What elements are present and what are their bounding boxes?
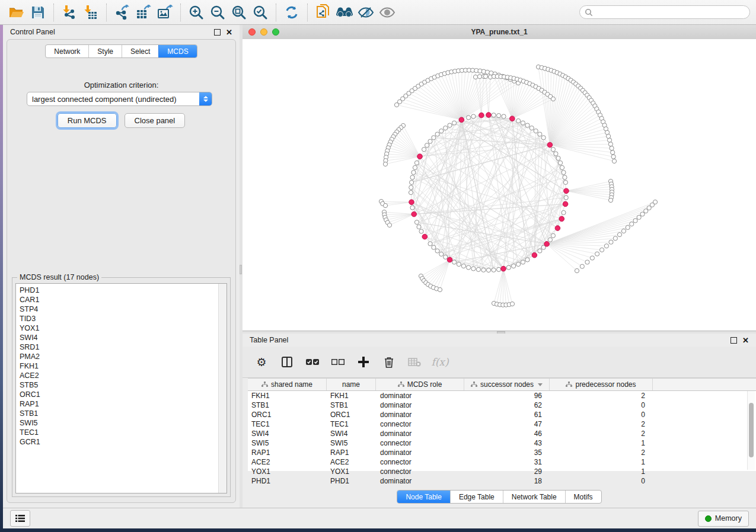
clone-network-icon[interactable] <box>312 3 334 22</box>
table-row[interactable]: TEC1 TEC1 connector 47 2 <box>248 419 756 429</box>
first-neighbors-icon[interactable] <box>334 3 355 22</box>
memory-button[interactable]: Memory <box>698 511 749 527</box>
table-row[interactable]: STB1 STB1 dominator 62 0 <box>248 400 756 410</box>
close-panel-icon[interactable]: ✕ <box>226 28 232 36</box>
mcds-result-item[interactable]: TEC1 <box>20 428 223 437</box>
column-header-predecessor-nodes[interactable]: predecessor nodes <box>550 379 653 390</box>
search-field[interactable] <box>579 5 750 19</box>
deselect-all-icon[interactable] <box>331 355 345 369</box>
toolbar-separator <box>106 4 107 21</box>
table-row[interactable]: RAP1 RAP1 dominator 35 2 <box>248 448 756 457</box>
tab-node-table[interactable]: Node Table <box>397 491 450 503</box>
mcds-result-item[interactable]: CAR1 <box>20 295 223 305</box>
scrollbar-thumb[interactable] <box>749 403 754 457</box>
tab-style[interactable]: Style <box>88 45 122 57</box>
zoom-selected-icon[interactable] <box>250 3 271 22</box>
column-header-mcds-role[interactable]: MCDS role <box>376 379 464 390</box>
zoom-in-icon[interactable] <box>186 3 207 22</box>
task-history-button[interactable] <box>10 510 30 527</box>
column-type-icon <box>566 382 572 387</box>
export-network-icon[interactable] <box>111 3 133 22</box>
search-icon <box>585 8 593 17</box>
import-network-icon[interactable] <box>59 3 80 22</box>
column-header-shared-name[interactable]: shared name <box>248 379 327 390</box>
mcds-result-item[interactable]: ORC1 <box>20 390 223 399</box>
mcds-result-item[interactable]: PMA2 <box>20 352 223 361</box>
tab-network[interactable]: Network <box>46 45 88 57</box>
network-title: YPA_prune.txt_1 <box>243 28 756 36</box>
table-body: FKH1 FKH1 dominator 96 2 STB1 STB1 domin… <box>248 391 756 486</box>
optimization-criterion-select[interactable]: largest connected component (undirected) <box>27 92 212 106</box>
tab-select[interactable]: Select <box>122 45 158 57</box>
settings-icon[interactable]: ⚙ <box>254 355 269 369</box>
zoom-out-icon[interactable] <box>207 3 228 22</box>
delete-table-icon[interactable] <box>407 355 422 369</box>
open-network-icon[interactable] <box>6 3 27 22</box>
control-panel-title: Control Panel <box>10 28 55 36</box>
export-image-icon[interactable] <box>154 3 176 22</box>
apply-layout-icon[interactable] <box>281 3 302 22</box>
table-toolbar: ⚙ f(x) <box>243 347 756 378</box>
table-header-row: shared name name MCDS role successor nod… <box>248 379 756 391</box>
tab-edge-table[interactable]: Edge Table <box>450 491 503 503</box>
function-builder-icon[interactable]: f(x) <box>433 355 447 369</box>
column-type-icon <box>398 382 404 387</box>
splitter-grip[interactable] <box>240 265 242 274</box>
table-row[interactable]: ORC1 ORC1 dominator 61 0 <box>248 410 756 419</box>
split-view-icon[interactable] <box>280 355 294 369</box>
tab-mcds[interactable]: MCDS <box>158 45 196 57</box>
mcds-result-item[interactable]: STB1 <box>20 409 223 418</box>
control-panel: Control Panel ✕ Network Style Select MCD… <box>3 25 240 508</box>
export-table-icon[interactable] <box>133 3 154 22</box>
dropdown-stepper-icon <box>199 92 212 105</box>
float-panel-icon[interactable] <box>731 337 737 344</box>
table-row[interactable]: PHD1 PHD1 dominator 18 0 <box>248 476 756 486</box>
mcds-result-item[interactable]: FKH1 <box>20 361 223 371</box>
mcds-result-item[interactable]: SRD1 <box>20 342 223 352</box>
table-row[interactable]: ACE2 ACE2 connector 31 1 <box>248 457 756 467</box>
column-header-filler <box>653 379 756 390</box>
mcds-result-item[interactable]: RAP1 <box>20 399 223 409</box>
mcds-result-item[interactable]: YOX1 <box>20 323 223 333</box>
table-row[interactable]: SWI5 SWI5 connector 43 1 <box>248 438 756 448</box>
mcds-result-item[interactable]: ACE2 <box>20 371 223 380</box>
app-window: Control Panel ✕ Network Style Select MCD… <box>0 0 756 532</box>
tab-network-table[interactable]: Network Table <box>503 491 565 503</box>
network-canvas[interactable] <box>243 39 756 331</box>
column-type-icon <box>261 382 268 387</box>
select-all-icon[interactable] <box>305 355 320 369</box>
column-header-name[interactable]: name <box>327 379 376 390</box>
mcds-result-list[interactable]: PHD1CAR1STP4TID3YOX1SWI4SRD1PMA2FKH1ACE2… <box>15 283 227 493</box>
run-mcds-button[interactable]: Run MCDS <box>58 113 117 128</box>
control-panel-tabs: Network Style Select MCDS <box>45 44 197 58</box>
column-header-successor-nodes[interactable]: successor nodes <box>464 379 550 390</box>
table-row[interactable]: FKH1 FKH1 dominator 96 2 <box>248 391 756 400</box>
mcds-result-item[interactable]: PHD1 <box>20 286 223 295</box>
mcds-result-item[interactable]: GCR1 <box>20 437 223 447</box>
hide-selected-icon[interactable] <box>355 3 377 22</box>
table-scrollbar[interactable] <box>747 391 755 470</box>
import-table-icon[interactable] <box>80 3 101 22</box>
mcds-result-item[interactable]: STB5 <box>20 380 223 390</box>
toolbar-separator <box>53 4 54 21</box>
delete-column-icon[interactable] <box>382 355 396 369</box>
close-panel-button[interactable]: Close panel <box>125 113 186 128</box>
zoom-fit-icon[interactable] <box>228 3 250 22</box>
network-titlebar[interactable]: YPA_prune.txt_1 <box>243 25 756 40</box>
search-input[interactable] <box>593 8 745 17</box>
add-column-icon[interactable] <box>356 355 371 369</box>
table-row[interactable]: YOX1 YOX1 connector 29 1 <box>248 467 756 476</box>
mcds-result-item[interactable]: SWI5 <box>20 418 223 428</box>
mcds-scrollbar[interactable] <box>218 284 227 493</box>
show-all-icon[interactable] <box>377 3 398 22</box>
close-panel-icon[interactable]: ✕ <box>742 336 749 344</box>
tab-motifs[interactable]: Motifs <box>565 491 601 503</box>
mcds-result-group: MCDS result (17 nodes) PHD1CAR1STP4TID3Y… <box>12 277 231 497</box>
float-panel-icon[interactable] <box>214 29 221 36</box>
table-row[interactable]: SWI4 SWI4 dominator 46 2 <box>248 429 756 438</box>
save-session-icon[interactable] <box>27 3 49 22</box>
table-panel: Table Panel ✕ ⚙ f(x) <box>243 334 756 508</box>
mcds-result-item[interactable]: STP4 <box>20 305 223 314</box>
mcds-result-item[interactable]: SWI4 <box>20 333 223 342</box>
mcds-result-item[interactable]: TID3 <box>20 314 223 323</box>
